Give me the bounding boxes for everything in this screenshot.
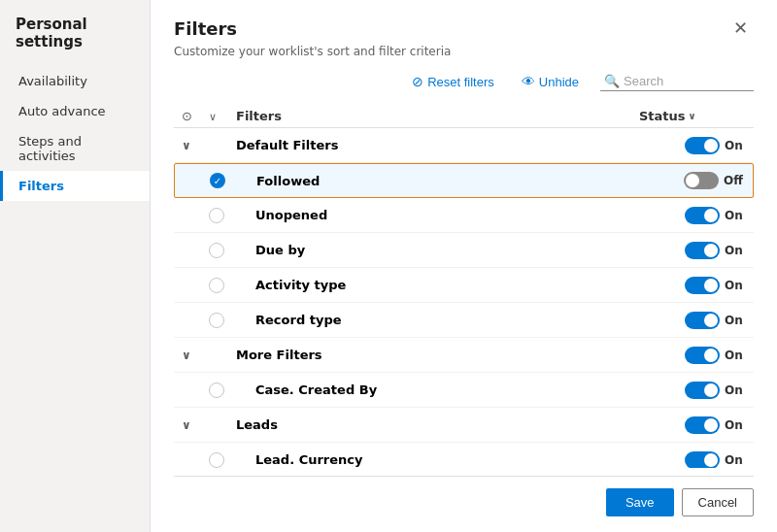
close-button[interactable]: ✕ bbox=[727, 16, 754, 41]
check-empty-case-created-by bbox=[209, 382, 224, 398]
table-row-unopened[interactable]: Unopened On bbox=[174, 198, 754, 233]
table-row-more-filters[interactable]: ∨More Filters On bbox=[174, 338, 754, 373]
check-col-lead-currency[interactable] bbox=[209, 452, 236, 468]
unhide-button[interactable]: 👁 Unhide bbox=[516, 70, 585, 93]
check-col-case-created-by[interactable] bbox=[209, 382, 236, 398]
row-label-default-filters: Default Filters bbox=[236, 138, 668, 152]
toggle-track-due-by[interactable] bbox=[685, 242, 720, 259]
toggle-track-record-type[interactable] bbox=[685, 312, 720, 329]
reset-icon: ⊘ bbox=[412, 74, 423, 89]
toggle-track-more-filters[interactable] bbox=[685, 347, 720, 364]
check-col-due-by[interactable] bbox=[209, 243, 236, 258]
search-box: 🔍 bbox=[600, 72, 754, 91]
toggle-label-due-by: On bbox=[725, 244, 746, 257]
row-label-leads: Leads bbox=[236, 417, 668, 432]
check-empty-activity-type bbox=[209, 278, 224, 293]
sidebar-title: Personal settings bbox=[0, 16, 150, 66]
unhide-icon: 👁 bbox=[522, 74, 535, 89]
toggle-case-created-by[interactable]: On bbox=[685, 382, 746, 399]
toggle-col-default-filters[interactable]: On bbox=[668, 137, 746, 154]
toggle-more-filters[interactable]: On bbox=[685, 347, 746, 364]
toggle-label-default-filters: On bbox=[725, 139, 746, 152]
row-label-due-by: Due by bbox=[236, 243, 668, 257]
toggle-track-activity-type[interactable] bbox=[685, 277, 720, 294]
table-row-leads[interactable]: ∨Leads On bbox=[174, 408, 754, 443]
toggle-track-lead-currency[interactable] bbox=[685, 451, 720, 469]
toggle-record-type[interactable]: On bbox=[685, 312, 746, 329]
table-row-default-filters[interactable]: ∨Default Filters On bbox=[174, 128, 754, 163]
toggle-col-activity-type[interactable]: On bbox=[668, 277, 746, 294]
toggle-thumb-record-type bbox=[704, 314, 718, 327]
sort-icon: ∨ bbox=[689, 111, 696, 121]
row-label-record-type: Record type bbox=[236, 313, 668, 327]
dialog-footer: Save Cancel bbox=[174, 476, 754, 516]
toggle-col-more-filters[interactable]: On bbox=[668, 347, 746, 364]
expand-icon-more-filters[interactable]: ∨ bbox=[182, 348, 209, 362]
unhide-label: Unhide bbox=[539, 75, 579, 89]
dialog-header: Filters ✕ bbox=[174, 16, 754, 41]
header-chevron-col: ∨ bbox=[209, 109, 236, 123]
table-row-due-by[interactable]: Due by On bbox=[174, 233, 754, 268]
toggle-followed[interactable]: Off bbox=[684, 172, 745, 189]
reset-filters-button[interactable]: ⊘ Reset filters bbox=[406, 70, 500, 93]
table-row-followed[interactable]: ✓Followed Off bbox=[174, 163, 754, 198]
header-filters-label: Filters bbox=[236, 109, 639, 123]
toolbar: ⊘ Reset filters 👁 Unhide 🔍 bbox=[174, 70, 754, 93]
cancel-button[interactable]: Cancel bbox=[682, 488, 754, 516]
toggle-thumb-lead-currency bbox=[704, 453, 718, 467]
toggle-col-record-type[interactable]: On bbox=[668, 312, 746, 329]
reset-filters-label: Reset filters bbox=[427, 75, 494, 89]
save-button[interactable]: Save bbox=[606, 488, 674, 516]
toggle-label-followed: Off bbox=[724, 174, 745, 187]
row-label-more-filters: More Filters bbox=[236, 348, 668, 362]
main-panel: Filters ✕ Customize your worklist's sort… bbox=[151, 0, 777, 532]
table-row-lead-currency[interactable]: Lead. Currency On bbox=[174, 443, 754, 468]
clock-icon: ⊙ bbox=[182, 109, 192, 123]
check-col-unopened[interactable] bbox=[209, 208, 236, 223]
check-empty-record-type bbox=[209, 313, 224, 328]
sidebar-item-auto-advance[interactable]: Auto advance bbox=[0, 96, 150, 126]
toggle-thumb-unopened bbox=[704, 209, 718, 222]
toggle-col-unopened[interactable]: On bbox=[668, 207, 746, 224]
sidebar-item-availability[interactable]: Availability bbox=[0, 66, 150, 96]
check-empty-unopened bbox=[209, 208, 224, 223]
table-row-case-created-by[interactable]: Case. Created By On bbox=[174, 373, 754, 408]
toggle-col-leads[interactable]: On bbox=[668, 416, 746, 434]
toggle-track-unopened[interactable] bbox=[685, 207, 720, 224]
toggle-default-filters[interactable]: On bbox=[685, 137, 746, 154]
header-expand-col: ⊙ bbox=[182, 109, 209, 123]
expand-icon-leads[interactable]: ∨ bbox=[182, 417, 209, 432]
toggle-col-case-created-by[interactable]: On bbox=[668, 382, 746, 399]
check-col-activity-type[interactable] bbox=[209, 278, 236, 293]
check-col-followed[interactable]: ✓ bbox=[210, 173, 237, 188]
toggle-col-due-by[interactable]: On bbox=[668, 242, 746, 259]
toggle-label-activity-type: On bbox=[725, 279, 746, 292]
sidebar-item-filters[interactable]: Filters bbox=[0, 171, 150, 201]
table-row-record-type[interactable]: Record type On bbox=[174, 303, 754, 338]
check-col-record-type[interactable] bbox=[209, 313, 236, 328]
sidebar-item-steps-activities[interactable]: Steps and activities bbox=[0, 126, 150, 171]
toggle-due-by[interactable]: On bbox=[685, 242, 746, 259]
toggle-track-followed[interactable] bbox=[684, 172, 719, 189]
table-row-activity-type[interactable]: Activity type On bbox=[174, 268, 754, 303]
toggle-col-followed[interactable]: Off bbox=[667, 172, 745, 189]
chevron-down-icon: ∨ bbox=[209, 111, 217, 123]
toggle-label-case-created-by: On bbox=[725, 383, 746, 397]
toggle-track-default-filters[interactable] bbox=[685, 137, 720, 154]
dialog-title: Filters bbox=[174, 18, 237, 39]
search-input[interactable] bbox=[624, 74, 750, 88]
expand-icon-default-filters[interactable]: ∨ bbox=[182, 138, 209, 152]
toggle-col-lead-currency[interactable]: On bbox=[668, 451, 746, 469]
toggle-unopened[interactable]: On bbox=[685, 207, 746, 224]
toggle-activity-type[interactable]: On bbox=[685, 277, 746, 294]
toggle-thumb-leads bbox=[704, 418, 718, 432]
toggle-thumb-due-by bbox=[704, 244, 718, 257]
toggle-track-case-created-by[interactable] bbox=[685, 382, 720, 399]
toggle-thumb-followed bbox=[686, 174, 699, 187]
toggle-thumb-more-filters bbox=[704, 349, 718, 362]
row-label-followed: Followed bbox=[237, 174, 667, 188]
toggle-leads[interactable]: On bbox=[685, 416, 746, 434]
toggle-lead-currency[interactable]: On bbox=[685, 451, 746, 469]
toggle-track-leads[interactable] bbox=[685, 416, 720, 434]
row-label-unopened: Unopened bbox=[236, 208, 668, 222]
